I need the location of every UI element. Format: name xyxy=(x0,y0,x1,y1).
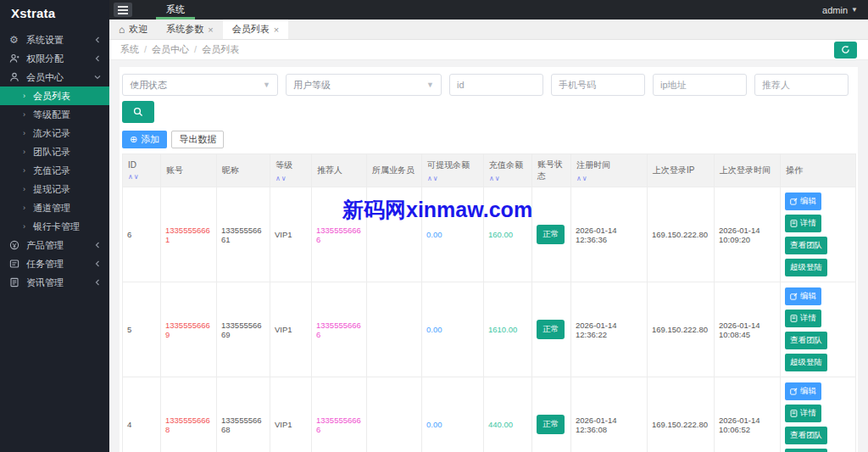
sidebar-subitem-银行卡管理[interactable]: ›银行卡管理 xyxy=(0,217,109,236)
edit-icon xyxy=(790,198,798,205)
sidebar-item-label: 任务管理 xyxy=(26,258,94,271)
filter-select-用户等级[interactable]: 用户等级▼ xyxy=(286,74,442,96)
tab-会员列表[interactable]: 会员列表× xyxy=(223,20,288,39)
column-header-ID[interactable]: ID∧∨ xyxy=(123,154,161,187)
super-login-button[interactable]: 超级登陆 xyxy=(785,259,827,276)
cell-account: 13355556668 xyxy=(161,377,217,452)
sidebar-subitem-团队记录[interactable]: ›团队记录 xyxy=(0,142,109,161)
detail-button[interactable]: 详情 xyxy=(785,405,821,422)
cell-id: 5 xyxy=(123,282,161,377)
status-badge: 正常 xyxy=(537,415,565,434)
sort-desc-icon[interactable]: ∨ xyxy=(281,175,287,182)
cell-recharge: 160.00 xyxy=(484,187,532,282)
search-button[interactable] xyxy=(122,101,154,123)
detail-button[interactable]: 详情 xyxy=(785,215,821,232)
sidebar-subitem-等级配置[interactable]: ›等级配置 xyxy=(0,105,109,124)
sidebar-item-资讯管理[interactable]: 资讯管理 xyxy=(0,273,109,292)
column-label: 账号 xyxy=(166,165,211,176)
edit-button[interactable]: 编辑 xyxy=(785,287,821,305)
breadcrumb-item[interactable]: 系统 xyxy=(120,44,139,54)
sidebar-menu: ⚙系统设置权限分配会员中心›会员列表›等级配置›流水记录›团队记录›充值记录›提… xyxy=(0,31,109,292)
tab-系统参数[interactable]: 系统参数× xyxy=(157,20,222,39)
filter-input-手机号码[interactable] xyxy=(551,74,645,96)
super-login-button[interactable]: 超级登陆 xyxy=(785,354,827,371)
table-row: 51335555666913355556669VIP1133555566660.… xyxy=(123,282,856,377)
filter-input-id[interactable] xyxy=(449,74,543,96)
edit-button-label: 编辑 xyxy=(800,386,816,397)
column-header-所属业务员: 所属业务员 xyxy=(367,154,422,187)
sort-asc-icon[interactable]: ∧ xyxy=(427,175,433,182)
sidebar-subitem-通道管理[interactable]: ›通道管理 xyxy=(0,198,109,217)
cell-id: 6 xyxy=(123,187,161,282)
sidebar-subitem-提现记录[interactable]: ›提现记录 xyxy=(0,180,109,198)
view-team-button[interactable]: 查看团队 xyxy=(785,237,827,254)
column-header-上次登录IP: 上次登录IP xyxy=(648,154,715,187)
breadcrumb-item[interactable]: 会员中心 xyxy=(152,44,189,54)
cell-level: VIP1 xyxy=(270,282,312,377)
super-login-button[interactable]: 超级登陆 xyxy=(785,449,827,452)
column-header-注册时间[interactable]: 注册时间∧∨ xyxy=(571,154,648,187)
breadcrumb: 系统/会员中心/会员列表 xyxy=(120,43,239,56)
sort-arrows: ∧∨ xyxy=(275,173,306,182)
sort-arrows: ∧∨ xyxy=(128,171,155,181)
column-header-可提现余额[interactable]: 可提现余额∧∨ xyxy=(422,154,484,187)
sidebar-subitem-label: 流水记录 xyxy=(33,127,70,140)
tab-bar: ⌂欢迎系统参数×会员列表× xyxy=(109,20,868,40)
detail-button-label: 详情 xyxy=(800,313,816,324)
chevron-right-icon: › xyxy=(23,92,25,100)
sidebar-subitem-会员列表[interactable]: ›会员列表 xyxy=(0,86,109,105)
sort-asc-icon[interactable]: ∧ xyxy=(489,175,495,182)
detail-button[interactable]: 详情 xyxy=(785,310,821,327)
chevron-down-icon xyxy=(94,74,101,81)
topnav-item-system[interactable]: 系统 xyxy=(159,0,192,20)
sort-asc-icon[interactable]: ∧ xyxy=(275,175,281,182)
chevron-left-icon xyxy=(94,242,101,248)
view-team-button[interactable]: 查看团队 xyxy=(785,427,827,444)
tab-欢迎[interactable]: ⌂欢迎 xyxy=(109,20,157,39)
sidebar-item-权限分配[interactable]: 权限分配 xyxy=(0,49,109,68)
export-data-button[interactable]: 导出数据 xyxy=(171,131,224,148)
filter-row: 使用状态▼用户等级▼ xyxy=(122,74,855,96)
sidebar-item-任务管理[interactable]: 任务管理 xyxy=(0,254,109,273)
admin-dropdown[interactable]: admin ▼ xyxy=(822,5,858,15)
detail-button-label: 详情 xyxy=(800,218,816,229)
filter-input-ip地址[interactable] xyxy=(653,74,747,96)
chevron-down-icon: ▼ xyxy=(851,6,858,14)
sort-asc-icon[interactable]: ∧ xyxy=(128,173,134,181)
column-label: 注册时间 xyxy=(576,159,642,171)
sidebar-item-产品管理[interactable]: 产品管理 xyxy=(0,236,109,254)
edit-button[interactable]: 编辑 xyxy=(785,382,821,400)
tab-close-icon[interactable]: × xyxy=(274,25,279,35)
detail-icon xyxy=(790,220,798,227)
hamburger-menu-icon[interactable] xyxy=(114,3,132,17)
sort-desc-icon[interactable]: ∨ xyxy=(495,175,501,182)
sidebar-subitem-充值记录[interactable]: ›充值记录 xyxy=(0,161,109,180)
sort-desc-icon[interactable]: ∨ xyxy=(433,175,439,182)
users-icon xyxy=(8,53,19,64)
refresh-button[interactable] xyxy=(834,42,857,59)
chevron-right-icon: › xyxy=(23,148,25,156)
sort-asc-icon[interactable]: ∧ xyxy=(576,175,582,182)
sidebar-item-系统设置[interactable]: ⚙系统设置 xyxy=(0,31,109,49)
filter-select-使用状态[interactable]: 使用状态▼ xyxy=(122,74,278,96)
sidebar-item-会员中心[interactable]: 会员中心 xyxy=(0,68,109,86)
tab-close-icon[interactable]: × xyxy=(208,25,213,35)
sidebar-subitem-流水记录[interactable]: ›流水记录 xyxy=(0,124,109,142)
column-header-充值余额[interactable]: 充值余额∧∨ xyxy=(484,154,532,187)
gear-icon: ⚙ xyxy=(8,35,19,46)
add-button[interactable]: ⊕ 添加 xyxy=(122,131,167,148)
edit-button[interactable]: 编辑 xyxy=(785,193,821,210)
sort-desc-icon[interactable]: ∨ xyxy=(582,175,588,182)
search-icon xyxy=(133,107,143,117)
filter-input-推荐人[interactable] xyxy=(754,74,849,96)
detail-icon xyxy=(790,315,798,322)
column-header-等级[interactable]: 等级∧∨ xyxy=(270,154,312,187)
sort-desc-icon[interactable]: ∨ xyxy=(134,173,140,181)
column-label: 上次登录时间 xyxy=(720,165,775,176)
cell-status: 正常 xyxy=(532,377,571,452)
view-team-button[interactable]: 查看团队 xyxy=(785,332,827,349)
breadcrumb-item[interactable]: 会员列表 xyxy=(202,44,239,54)
table-row: 41335555666813355556668VIP1133555566660.… xyxy=(123,377,856,452)
cell-level: VIP1 xyxy=(270,377,312,452)
chevron-right-icon: › xyxy=(23,185,25,193)
